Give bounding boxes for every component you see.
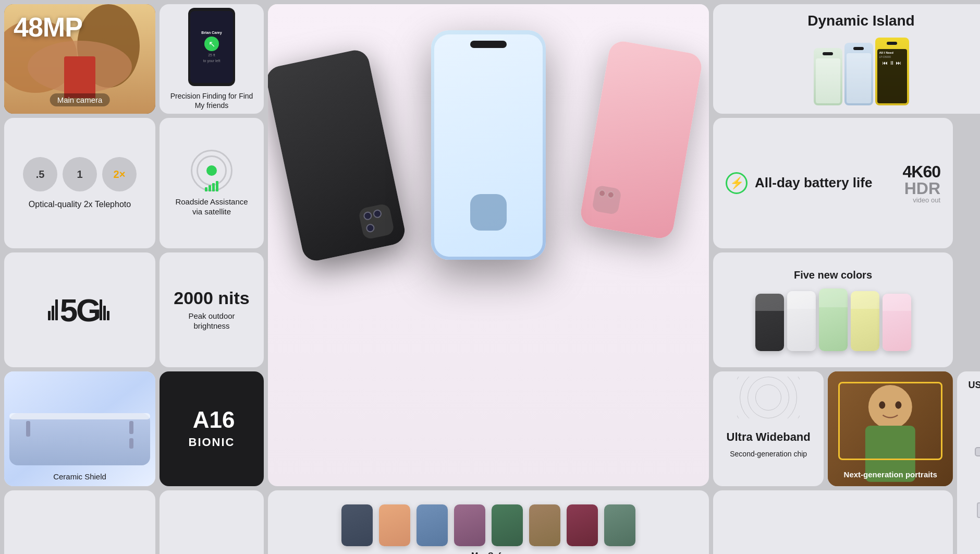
phone-notch-1 — [823, 52, 833, 55]
card-battery-life: ⚡ All-day battery life 4K60 HDR video ou… — [713, 118, 953, 248]
dynamic-phone-yellow: All I Need LP-D6000 ⏮ ⏸ ⏭ — [875, 38, 909, 105]
precision-distance: 25 ft — [208, 53, 215, 57]
card-usbc: USB-C — [957, 371, 980, 554]
color-phone-white — [787, 291, 816, 351]
dark-lens-3 — [365, 223, 375, 233]
usbc-plug — [977, 502, 980, 518]
dynamic-phone-blue — [844, 43, 873, 105]
dynamic-phone-green — [814, 48, 842, 105]
precision-direction-arrow: ↖ — [204, 37, 219, 51]
magsafe-case-dark — [341, 504, 373, 546]
a16-bionic-label: BIONIC — [189, 436, 235, 449]
iphone-dark-back — [268, 47, 407, 263]
a16-text: A16 — [193, 408, 235, 431]
dark-lens-2 — [373, 209, 383, 219]
card-row5-1 — [4, 490, 155, 554]
portrait-label: Next-generation portraits — [844, 470, 937, 479]
phone-notch-2 — [853, 47, 864, 50]
color-phone-green — [819, 288, 848, 351]
ceramic-label: Ceramic Shield — [53, 472, 106, 481]
iphone-front-dynamic-island — [470, 41, 507, 48]
svg-point-4 — [79, 67, 91, 88]
precision-phone-image: Brian Carey ↖ 25 ft to your left — [188, 8, 235, 86]
magsafe-case-blue — [416, 504, 448, 546]
card-optical-telephoto: .5 1 2× Optical-quality 2x Telephoto — [4, 118, 155, 248]
svg-rect-9 — [129, 421, 133, 434]
ultra-rings — [737, 377, 800, 418]
dynamic-island-phones: All I Need LP-D6000 ⏮ ⏸ ⏭ — [814, 34, 909, 105]
ultra-chip-label: Second-generation chip — [730, 449, 807, 459]
ultra-wideband-title: Ultra Wideband — [727, 430, 811, 444]
bar-l2 — [52, 306, 54, 320]
card-precision: Brian Carey ↖ 25 ft to your left Precisi… — [160, 4, 264, 114]
hdr-badge: 4K60 HDR video out — [903, 163, 941, 203]
svg-rect-8 — [9, 413, 150, 419]
satellite-icon — [191, 150, 232, 191]
portrait-yellow-frame — [838, 382, 942, 460]
magsafe-case-wine — [567, 504, 598, 546]
bar-r2 — [103, 306, 106, 320]
bar-2 — [209, 185, 211, 191]
magsafe-case-tan — [529, 504, 560, 546]
color-phone-group — [755, 288, 911, 351]
music-controls: ⏮ ⏸ ⏭ — [879, 60, 905, 66]
5g-badge: 5G — [48, 292, 112, 329]
usbc-connector-top — [975, 447, 980, 456]
ceramic-svg — [4, 371, 155, 486]
bar-r1 — [107, 311, 109, 320]
card-2000-nits: 2000 nits Peak outdoor brightness — [160, 252, 264, 367]
card-dynamic-island: Dynamic Island All I Need LP-D6000 ⏮ ⏸ ⏭ — [713, 4, 980, 114]
precision-direction: to your left — [203, 59, 220, 63]
hdr-hdr-label: HDR — [903, 180, 941, 197]
iphone-pink-back — [579, 39, 704, 240]
ultra-ring-4 — [755, 384, 781, 411]
color-phone-pink — [883, 294, 911, 351]
magsafe-label: MagSafe — [471, 551, 506, 554]
svg-rect-11 — [26, 421, 30, 437]
music-title: All I Need — [879, 51, 905, 54]
card-ceramic-shield: Ceramic Shield — [4, 371, 155, 486]
pink-lens-1 — [598, 189, 606, 197]
card-iphone-display — [268, 4, 709, 486]
music-widget: All I Need LP-D6000 ⏮ ⏸ ⏭ — [877, 49, 907, 103]
phone-notch-3 — [887, 42, 897, 45]
magsafe-case-slate — [604, 504, 635, 546]
bar-r3 — [100, 299, 102, 320]
iphone-front-screen — [434, 34, 543, 257]
card-a16-bionic: A16 BIONIC — [160, 371, 264, 486]
dark-camera-bump — [358, 203, 395, 240]
card-ultra-wideband: Ultra Wideband Second-generation chip — [713, 371, 824, 486]
satellite-bars — [205, 181, 218, 191]
nits-value: 2000 nits — [174, 289, 250, 307]
colors-title: Five new colors — [794, 269, 872, 281]
bar-l1 — [48, 311, 51, 320]
svg-point-5 — [81, 64, 89, 71]
phone-screen-2 — [847, 53, 871, 103]
bar-4 — [216, 181, 218, 191]
optical-label: Optical-quality 2x Telephoto — [29, 200, 131, 209]
usbc-label: USB-C — [969, 380, 981, 391]
card-row5-2 — [160, 490, 264, 554]
5g-text: 5G — [60, 292, 100, 329]
card-ultra-group: Ultra Wideband Second-generation chip — [713, 371, 953, 486]
usbc-cable-illustration — [975, 398, 980, 554]
phone-screen-1 — [816, 58, 840, 103]
card-5g: 5G — [4, 252, 155, 367]
magsafe-cases-row — [341, 504, 635, 546]
iphone-stack — [268, 4, 709, 486]
battery-label: All-day battery life — [755, 175, 872, 191]
precision-label: Precision Finding for Find My friends — [166, 91, 258, 110]
magsafe-case-mauve — [454, 504, 485, 546]
magsafe-case-green — [492, 504, 523, 546]
dark-lens-1 — [363, 211, 373, 221]
color-phone-black — [755, 294, 784, 351]
battery-info: ⚡ All-day battery life — [726, 172, 872, 194]
battery-lightning-icon: ⚡ — [726, 172, 748, 194]
iphone-blue-front — [431, 30, 546, 260]
ceramic-phone-wrap — [4, 371, 155, 486]
card-next-gen-portraits: Next-generation portraits — [828, 371, 953, 486]
color-phone-yellow — [851, 291, 879, 351]
bar-l3 — [55, 299, 58, 320]
5g-bars-right — [100, 299, 109, 320]
hdr-4k-label: 4K60 — [903, 163, 941, 180]
